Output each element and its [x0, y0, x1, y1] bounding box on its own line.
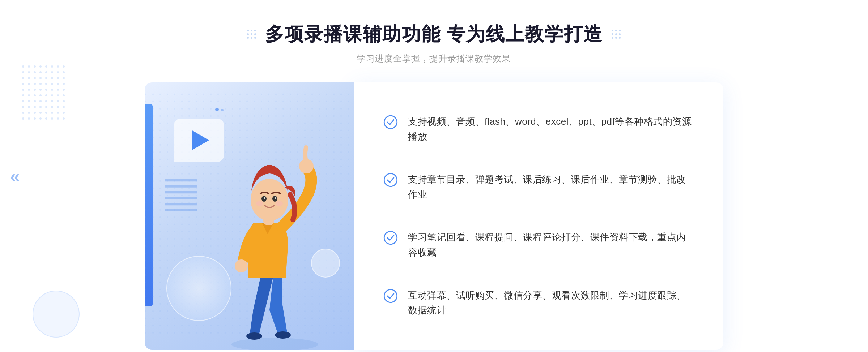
check-icon-2 [383, 173, 398, 187]
sparkle-dot-2 [221, 109, 224, 111]
svg-point-24 [384, 289, 397, 302]
dot-grid-right [612, 30, 621, 39]
feature-item-2: 支持章节目录、弹题考试、课后练习、课后作业、章节测验、批改作业 [383, 158, 694, 216]
svg-point-12 [235, 259, 248, 272]
features-card: 支持视频、音频、flash、word、excel、ppt、pdf等各种格式的资源… [354, 82, 723, 350]
svg-point-22 [384, 173, 397, 186]
svg-point-19 [256, 201, 263, 206]
sparkle-dots [215, 108, 224, 111]
check-icon-3 [383, 231, 398, 245]
bg-dot-matrix-left [22, 65, 65, 124]
title-row: 多项录播课辅助功能 专为线上教学打造 [247, 22, 621, 47]
page-subtitle: 学习进度全掌握，提升录播课教学效果 [357, 53, 511, 64]
svg-point-16 [272, 196, 277, 202]
stripe-decoration [165, 176, 197, 216]
svg-point-14 [251, 179, 288, 221]
svg-point-23 [384, 232, 397, 245]
left-decoration [247, 30, 256, 39]
page-title: 多项录播课辅助功能 专为线上教学打造 [265, 22, 603, 47]
dot-grid-left [247, 30, 256, 39]
svg-point-17 [264, 197, 265, 199]
feature-text-1: 支持视频、音频、flash、word、excel、ppt、pdf等各种格式的资源… [408, 114, 694, 144]
person-illustration [206, 140, 344, 350]
feature-text-3: 学习笔记回看、课程提问、课程评论打分、课件资料下载，重点内容收藏 [408, 230, 694, 260]
sparkle-dot-1 [215, 108, 219, 111]
svg-point-9 [246, 332, 262, 340]
svg-point-20 [276, 201, 283, 206]
svg-rect-26 [22, 65, 65, 123]
bg-circle-bottom-left [33, 291, 80, 338]
content-area: 支持视频、音频、flash、word、excel、ppt、pdf等各种格式的资源… [145, 82, 723, 350]
left-nav-chevron[interactable]: « [10, 166, 20, 186]
feature-item-4: 互动弹幕、试听购买、微信分享、观看次数限制、学习进度跟踪、数据统计 [383, 274, 694, 332]
check-icon-1 [383, 115, 398, 129]
feature-item-3: 学习笔记回看、课程提问、课程评论打分、课件资料下载，重点内容收藏 [383, 216, 694, 274]
svg-point-8 [231, 338, 318, 350]
right-decoration [612, 30, 621, 39]
svg-point-21 [384, 116, 397, 129]
svg-point-18 [275, 197, 276, 199]
header-section: 多项录播课辅助功能 专为线上教学打造 学习进度全掌握，提升录播课教学效果 [247, 22, 621, 64]
feature-item-1: 支持视频、音频、flash、word、excel、ppt、pdf等各种格式的资源… [383, 100, 694, 158]
check-icon-4 [383, 289, 398, 303]
svg-point-10 [275, 331, 291, 339]
feature-text-2: 支持章节目录、弹题考试、课后练习、课后作业、章节测验、批改作业 [408, 172, 694, 202]
feature-text-4: 互动弹幕、试听购买、微信分享、观看次数限制、学习进度跟踪、数据统计 [408, 288, 694, 318]
svg-point-11 [299, 159, 314, 173]
svg-point-15 [261, 196, 267, 202]
illustration-card [145, 82, 354, 350]
page-wrapper: 多项录播课辅助功能 专为线上教学打造 学习进度全掌握，提升录播课教学效果 [0, 0, 868, 352]
